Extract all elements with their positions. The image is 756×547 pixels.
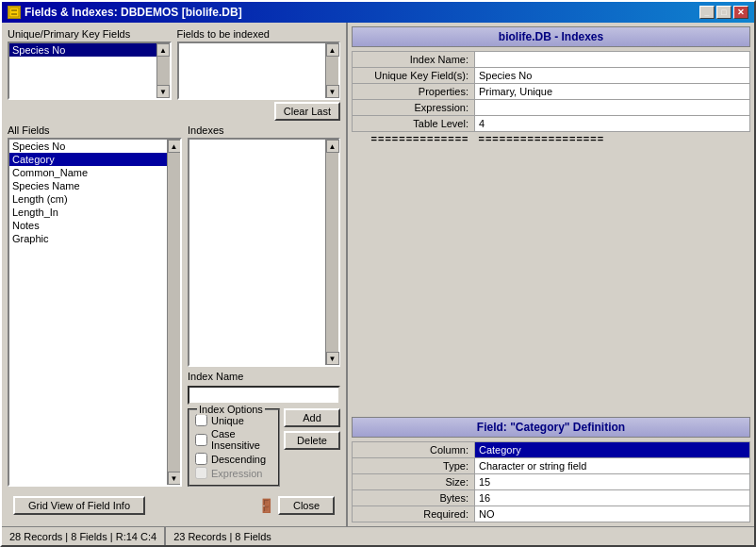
list-item[interactable]: Graphic [9, 232, 167, 245]
indexes-listbox[interactable]: ▲ ▼ [188, 138, 340, 367]
delete-button[interactable]: Delete [284, 431, 340, 450]
expression-row-value [475, 100, 750, 116]
indexes-list [189, 140, 325, 365]
required-value: NO [475, 506, 750, 522]
unique-checkbox[interactable] [195, 414, 207, 426]
column-value: Category [475, 442, 750, 458]
list-item[interactable]: Common_Name [9, 166, 167, 179]
unique-key-row-value: Species No [475, 68, 750, 84]
unique-key-label: Unique/Primary Key Fields [8, 28, 172, 40]
expression-checkbox[interactable] [195, 467, 207, 479]
title-bar: Fields & Indexes: DBDEMOS [biolife.DB] _… [2, 2, 754, 23]
scroll-track-3[interactable] [168, 153, 180, 472]
unique-key-section: Unique/Primary Key Fields Species No ▲ ▼ [8, 28, 172, 100]
all-fields-listbox[interactable]: Species No Category Common_Name Species … [8, 138, 182, 487]
table-level-row: Table Level: 4 [353, 116, 750, 132]
list-item[interactable]: Species No [9, 140, 167, 153]
unique-key-item[interactable]: Species No [9, 43, 156, 57]
list-item[interactable]: Length (cm) [9, 192, 167, 206]
indexes-panel-header: biolife.DB - Indexes [352, 26, 750, 47]
scroll-up[interactable]: ▲ [156, 43, 170, 57]
window-icon [8, 6, 21, 19]
expression-row-info: Expression: [353, 100, 750, 116]
list-item[interactable]: Species Name [9, 179, 167, 192]
unique-key-row: Unique Key Field(s): Species No [353, 68, 750, 84]
clear-last-button[interactable]: Clear Last [274, 102, 340, 121]
unique-checkbox-row: Unique [195, 414, 272, 426]
expression-row-label: Expression: [353, 100, 475, 116]
all-fields-scrollbar: ▲ ▼ [167, 140, 180, 485]
fields-to-index-scrollbar: ▲ ▼ [325, 43, 338, 98]
list-item[interactable]: Notes [9, 219, 167, 232]
index-name-input[interactable] [188, 386, 340, 405]
status-bar: 28 Records | 8 Fields | R:14 C:4 23 Reco… [2, 526, 754, 545]
index-options-section: Index Options Unique Case Insensitive [188, 408, 280, 487]
column-row: Column: Category [353, 442, 750, 458]
unique-key-row-label: Unique Key Field(s): [353, 68, 475, 84]
content-area: Unique/Primary Key Fields Species No ▲ ▼ [2, 23, 754, 526]
separator-right: ================== [475, 132, 750, 146]
middle-section: All Fields Species No Category Common_Na… [8, 124, 340, 487]
scroll-track[interactable] [157, 57, 170, 85]
scroll-down-3[interactable]: ▼ [168, 472, 181, 485]
list-item[interactable]: Category [9, 153, 167, 166]
bytes-value: 16 [475, 490, 750, 506]
minimize-button[interactable]: _ [699, 6, 715, 19]
all-fields-label: All Fields [8, 124, 182, 136]
scroll-up-4[interactable]: ▲ [326, 140, 339, 153]
scroll-down-2[interactable]: ▼ [326, 85, 339, 98]
descending-checkbox[interactable] [195, 453, 207, 465]
type-value: Character or string field [475, 458, 750, 474]
svg-rect-0 [9, 8, 19, 17]
maximize-button[interactable]: □ [716, 6, 731, 19]
add-button[interactable]: Add [284, 408, 340, 427]
top-section: Unique/Primary Key Fields Species No ▲ ▼ [8, 28, 340, 121]
size-value: 15 [475, 474, 750, 490]
bottom-buttons: Grid View of Field Info 🚪 Close [8, 490, 340, 521]
fields-to-index-listbox[interactable]: ▲ ▼ [177, 41, 341, 100]
descending-label: Descending [211, 454, 266, 465]
indexes-section: Indexes ▲ ▼ [188, 124, 340, 367]
options-and-buttons: Index Options Unique Case Insensitive [188, 408, 340, 487]
left-panel: Unique/Primary Key Fields Species No ▲ ▼ [2, 23, 346, 526]
properties-row-label: Properties: [353, 84, 475, 100]
title-bar-left: Fields & Indexes: DBDEMOS [biolife.DB] [8, 6, 242, 19]
scroll-track-2[interactable] [326, 57, 338, 85]
properties-row: Properties: Primary, Unique [353, 84, 750, 100]
grid-view-button[interactable]: Grid View of Field Info [13, 496, 145, 515]
table-level-row-label: Table Level: [353, 116, 475, 132]
size-row: Size: 15 [353, 474, 750, 490]
separator-row: ============== ================== [353, 132, 750, 146]
close-button[interactable]: Close [278, 496, 335, 515]
status-right: 23 Records | 8 Fields [165, 527, 754, 545]
title-buttons: _ □ ✕ [699, 6, 748, 19]
field-definition-table: Column: Category Type: Character or stri… [352, 441, 750, 522]
scroll-up-2[interactable]: ▲ [326, 43, 339, 57]
expression-label: Expression [211, 468, 262, 479]
required-row: Required: NO [353, 506, 750, 522]
case-insensitive-checkbox[interactable] [195, 434, 207, 446]
indexes-scrollbar: ▲ ▼ [325, 140, 338, 365]
right-panel: biolife.DB - Indexes Index Name: Unique … [346, 23, 754, 526]
descending-row: Descending [195, 453, 272, 465]
bytes-label: Bytes: [353, 490, 475, 506]
all-fields-section: All Fields Species No Category Common_Na… [8, 124, 182, 487]
case-insensitive-row: Case Insensitive [195, 428, 272, 451]
index-name-row: Index Name: [353, 52, 750, 68]
case-insensitive-label: Case Insensitive [211, 428, 272, 451]
scroll-up-3[interactable]: ▲ [168, 140, 181, 153]
close-window-button[interactable]: ✕ [733, 6, 748, 19]
index-name-row-value [475, 52, 750, 68]
add-delete-column: Add Delete [284, 408, 340, 450]
table-level-row-value: 4 [475, 116, 750, 132]
type-row: Type: Character or string field [353, 458, 750, 474]
list-item[interactable]: Length_In [9, 206, 167, 219]
separator-left: ============== [353, 132, 475, 146]
status-left: 28 Records | 8 Fields | R:14 C:4 [2, 527, 165, 545]
scroll-down-4[interactable]: ▼ [326, 352, 339, 365]
bytes-row: Bytes: 16 [353, 490, 750, 506]
scroll-track-4[interactable] [326, 153, 338, 352]
window-title: Fields & Indexes: DBDEMOS [biolife.DB] [25, 6, 242, 19]
scroll-down[interactable]: ▼ [156, 85, 170, 98]
unique-key-listbox[interactable]: Species No ▲ ▼ [8, 41, 172, 100]
